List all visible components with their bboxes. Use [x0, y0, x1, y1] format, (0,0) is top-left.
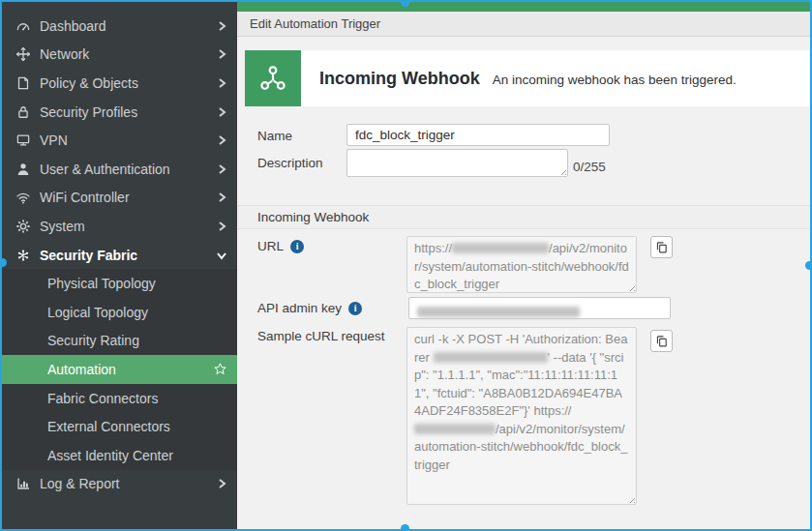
- sidebar-item-label: Asset Identity Center: [47, 448, 227, 463]
- info-icon[interactable]: [290, 240, 304, 253]
- url-textarea[interactable]: https:///api/v2/monitor/system/automatio…: [406, 236, 637, 293]
- chevron-right-icon: [216, 221, 227, 232]
- sidebar-item-external-connectors[interactable]: External Connectors: [2, 412, 237, 441]
- resize-handle[interactable]: [626, 282, 635, 291]
- sidebar-item-label: Dashboard: [40, 18, 216, 34]
- sidebar-item-dashboard[interactable]: Dashboard: [2, 12, 237, 41]
- monitor-icon: [14, 132, 32, 150]
- description-counter: 0/255: [573, 160, 606, 174]
- sidebar-item-wifi-controller[interactable]: WiFi Controller: [2, 184, 237, 213]
- url-label-text: URL: [257, 239, 284, 253]
- sidebar-item-logical-topology[interactable]: Logical Topology: [2, 298, 237, 327]
- main-content: Edit Automation Trigger Incoming Webhook…: [237, 2, 810, 529]
- gauge-icon: [14, 16, 32, 35]
- sidebar-item-label: WiFi Controller: [40, 190, 216, 205]
- sidebar-item-security-profiles[interactable]: Security Profiles: [2, 98, 237, 127]
- sidebar: Dashboard Network Polic: [2, 2, 237, 529]
- api-admin-key-label-text: API admin key: [257, 301, 342, 315]
- favorite-star-icon[interactable]: [213, 362, 227, 376]
- sidebar-item-label: Log & Report: [40, 476, 216, 491]
- section-title: Incoming Webhook: [257, 210, 369, 224]
- chevron-right-icon: [216, 478, 227, 489]
- url-prefix: https://: [414, 241, 452, 255]
- name-input[interactable]: [346, 124, 610, 146]
- page-header: Edit Automation Trigger: [237, 12, 810, 37]
- sidebar-item-label: Security Rating: [47, 333, 227, 348]
- selection-handle-bottom[interactable]: [401, 524, 409, 531]
- redacted-api-key: [417, 307, 580, 317]
- app-window: Dashboard Network Polic: [0, 0, 812, 531]
- api-admin-key-label: API admin key: [257, 301, 362, 315]
- sidebar-item-asset-identity-center[interactable]: Asset Identity Center: [2, 441, 237, 470]
- policy-objects-icon: [14, 74, 32, 92]
- webhook-icon: [245, 50, 301, 106]
- sidebar-item-label: Policy & Objects: [40, 75, 216, 91]
- sidebar-item-label: Fabric Connectors: [47, 391, 227, 406]
- copy-icon: [654, 334, 669, 348]
- move-arrows-icon: [14, 45, 32, 64]
- sidebar-item-label: Logical Topology: [47, 305, 227, 320]
- api-admin-key-input[interactable]: [408, 297, 671, 319]
- sidebar-item-security-fabric[interactable]: Security Fabric: [2, 241, 237, 270]
- top-accent-bar: [237, 2, 810, 12]
- trigger-title: Incoming Webhook: [319, 69, 480, 89]
- copy-url-button[interactable]: [650, 236, 673, 258]
- redacted-host: [452, 243, 549, 253]
- chevron-right-icon: [216, 20, 227, 32]
- url-label: URL: [257, 239, 304, 253]
- trigger-type-card: Incoming Webhook An incoming webhook has…: [245, 50, 810, 106]
- sidebar-item-security-rating[interactable]: Security Rating: [2, 327, 237, 356]
- resize-handle[interactable]: [557, 166, 566, 175]
- gear-icon: [14, 217, 32, 235]
- selection-handle-right[interactable]: [805, 261, 812, 270]
- name-label: Name: [257, 129, 292, 143]
- sidebar-item-network[interactable]: Network: [2, 41, 237, 70]
- chevron-right-icon: [216, 48, 227, 60]
- sidebar-item-label: Security Fabric: [40, 248, 216, 263]
- info-icon[interactable]: [348, 302, 362, 315]
- lock-icon: [14, 103, 32, 121]
- bar-chart-icon: [14, 475, 32, 493]
- wifi-icon: [14, 189, 32, 207]
- security-fabric-icon: [14, 246, 32, 264]
- sidebar-item-label: VPN: [40, 133, 216, 148]
- sidebar-item-fabric-connectors[interactable]: Fabric Connectors: [2, 384, 237, 413]
- chevron-right-icon: [216, 134, 227, 146]
- sidebar-item-automation[interactable]: Automation: [2, 355, 237, 384]
- description-textarea[interactable]: [346, 149, 568, 177]
- sidebar-item-label: Automation: [47, 362, 213, 377]
- sidebar-item-policy-objects[interactable]: Policy & Objects: [2, 69, 237, 98]
- chevron-down-icon: [216, 250, 227, 261]
- chevron-right-icon: [216, 77, 227, 89]
- resize-handle[interactable]: [626, 494, 635, 503]
- sidebar-item-physical-topology[interactable]: Physical Topology: [2, 269, 237, 298]
- sample-curl-textarea[interactable]: curl -k -X POST -H 'Authorization: Beare…: [406, 327, 637, 505]
- trigger-subtitle: An incoming webhook has been triggered.: [493, 70, 737, 87]
- chevron-right-icon: [216, 106, 227, 118]
- sidebar-item-label: User & Authentication: [40, 162, 216, 177]
- chevron-right-icon: [216, 163, 227, 175]
- user-icon: [14, 160, 32, 178]
- sidebar-item-system[interactable]: System: [2, 212, 237, 241]
- sidebar-item-label: Security Profiles: [40, 104, 216, 120]
- sidebar-item-user-authentication[interactable]: User & Authentication: [2, 155, 237, 184]
- sidebar-item-label: Network: [40, 46, 216, 62]
- section-header-incoming-webhook: Incoming Webhook: [237, 205, 810, 229]
- page-title: Edit Automation Trigger: [250, 16, 380, 31]
- sidebar-item-log-report[interactable]: Log & Report: [2, 470, 237, 499]
- sidebar-item-label: External Connectors: [47, 419, 227, 434]
- sample-curl-label: Sample cURL request: [257, 329, 385, 343]
- copy-curl-button[interactable]: [650, 330, 673, 352]
- sidebar-item-label: System: [40, 219, 216, 234]
- description-label: Description: [257, 156, 323, 170]
- redacted-bearer-token: [434, 352, 548, 363]
- copy-icon: [654, 240, 669, 254]
- sidebar-item-vpn[interactable]: VPN: [2, 126, 237, 155]
- chevron-right-icon: [216, 192, 227, 203]
- redacted-host: [414, 424, 496, 434]
- sidebar-item-label: Physical Topology: [47, 276, 227, 291]
- security-fabric-submenu: Physical Topology Logical Topology Secur…: [2, 269, 237, 469]
